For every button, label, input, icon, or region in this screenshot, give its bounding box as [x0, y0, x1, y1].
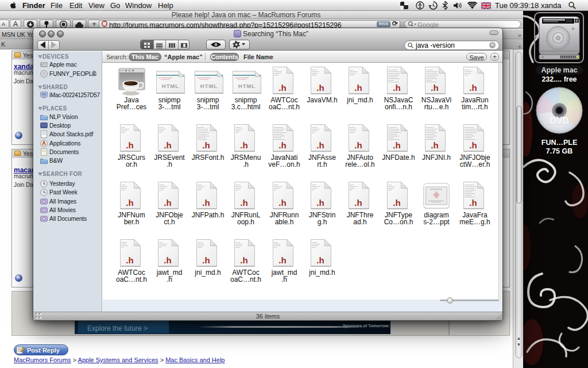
svg-text:.h: .h: [469, 83, 477, 93]
svg-text:.h: .h: [278, 140, 286, 150]
svg-text:.h: .h: [354, 83, 362, 93]
svg-text:.h: .h: [431, 140, 438, 150]
svg-text:.h: .h: [240, 140, 247, 150]
svg-text:.h: .h: [354, 140, 362, 150]
svg-text:.h: .h: [278, 83, 286, 93]
svg-text:.h: .h: [164, 255, 171, 265]
svg-text:.h: .h: [354, 198, 362, 208]
svg-text:.h: .h: [316, 255, 324, 265]
svg-text:.h: .h: [393, 83, 400, 93]
svg-text:.h: .h: [202, 140, 210, 150]
svg-text:.h: .h: [278, 255, 286, 265]
svg-text:.h: .h: [316, 140, 324, 150]
svg-text:.h: .h: [469, 140, 477, 150]
svg-text:HTML: HTML: [238, 83, 256, 89]
svg-text:.h: .h: [393, 140, 400, 150]
svg-text:.h: .h: [126, 198, 133, 208]
svg-text:.h: .h: [240, 255, 247, 265]
svg-text:.h: .h: [164, 140, 171, 150]
svg-text:.h: .h: [316, 83, 324, 93]
svg-text:.h: .h: [202, 198, 210, 208]
svg-text:.h: .h: [431, 83, 438, 93]
svg-text:DVD: DVD: [550, 116, 569, 125]
svg-text:.h: .h: [126, 255, 133, 265]
svg-text:.h: .h: [240, 198, 247, 208]
svg-text:HTML: HTML: [162, 83, 179, 89]
svg-text:.h: .h: [278, 198, 286, 208]
svg-text:.h: .h: [202, 255, 210, 265]
svg-text:.h: .h: [469, 198, 477, 208]
svg-text:HTML: HTML: [200, 83, 218, 89]
svg-text:.h: .h: [126, 140, 133, 150]
svg-text:.h: .h: [393, 198, 400, 208]
svg-text:.h: .h: [164, 198, 171, 208]
svg-text:.h: .h: [316, 198, 324, 208]
